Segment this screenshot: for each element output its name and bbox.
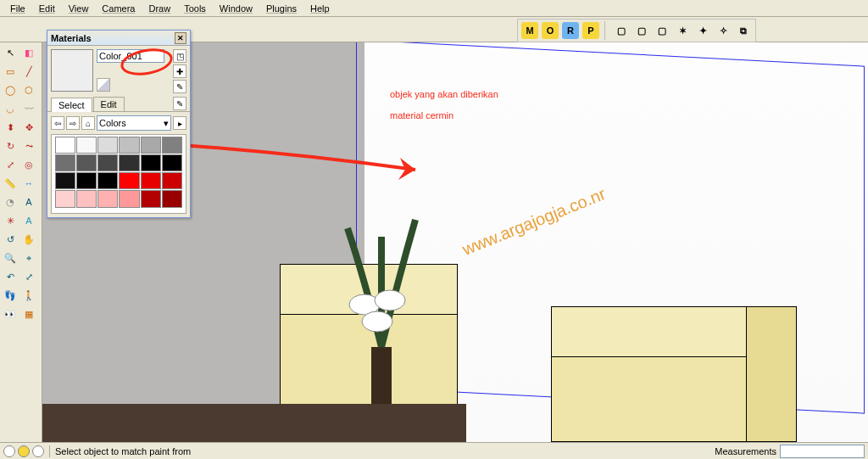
dimension-tool[interactable]: ↔ [20,175,37,192]
swatch-2[interactable] [97,137,118,154]
nav-fwd-button[interactable]: ⇨ [66,116,80,130]
vray-extra-3-button[interactable]: ✶ [674,22,691,39]
section-tool[interactable]: ▦ [20,305,37,322]
polygon-tool[interactable]: ⬡ [20,81,37,98]
vray-extra-5-button[interactable]: ✧ [715,22,732,39]
swatch-15[interactable] [119,172,139,189]
vray-toolbar: MORP▢▢▢✶✦✧⧉ [517,19,756,42]
measurements-input[interactable] [780,445,865,458]
svg-point-4 [362,311,392,332]
sample-paint-button[interactable]: ✎ [173,97,186,110]
measurements-label: Measurements [715,446,776,456]
swatch-12[interactable] [55,172,75,189]
swatch-3[interactable] [119,137,139,154]
tab-select[interactable]: Select [51,98,92,112]
protractor-tool[interactable]: ◔ [2,193,19,210]
text-tool[interactable]: A [20,193,37,210]
followme-tool[interactable]: ⤳ [20,137,37,154]
close-icon[interactable]: ✕ [175,32,186,44]
swatch-13[interactable] [76,172,97,189]
pan-tool[interactable]: ✋ [20,231,37,248]
swatch-16[interactable] [141,172,161,189]
swatch-21[interactable] [119,190,139,207]
select-tool[interactable]: ↖ [2,44,19,61]
annotation-text: objek yang akan diberikanmaterial cermin [390,81,498,124]
vray-extra-1-button[interactable]: ▢ [633,22,650,39]
freehand-tool[interactable]: 〰 [20,100,37,117]
details-menu-button[interactable]: ▸ [173,116,186,130]
swatch-23[interactable] [162,190,182,207]
svg-point-3 [375,290,405,311]
previous-tool[interactable]: ↶ [2,268,19,285]
menu-plugins[interactable]: Plugins [259,2,303,15]
menu-draw[interactable]: Draw [142,2,177,15]
circle-tool[interactable]: ◯ [2,81,19,98]
position-tool[interactable]: 👣 [2,287,19,304]
arc-tool[interactable]: ◡ [2,100,19,117]
zoomextents-tool[interactable]: ⤢ [20,268,37,285]
zoom-tool[interactable]: 🔍 [2,249,19,266]
nav-back-button[interactable]: ⇦ [51,116,64,130]
scene-plant [331,194,432,434]
line-tool[interactable]: ╱ [20,63,37,80]
swatch-20[interactable] [97,190,118,207]
offset-tool[interactable]: ◎ [20,156,37,173]
menu-tools[interactable]: Tools [177,2,213,15]
library-dropdown[interactable]: Colors [97,115,171,131]
menu-help[interactable]: Help [303,2,337,15]
walk-tool[interactable]: 🚶 [20,287,37,304]
menu-edit[interactable]: Edit [32,2,62,15]
swatch-7[interactable] [76,154,97,171]
rectangle-tool[interactable]: ▭ [2,63,19,80]
swatch-9[interactable] [119,154,139,171]
move-tool[interactable]: ✥ [20,119,37,136]
vray-o-button[interactable]: O [542,22,559,39]
swatch-18[interactable] [55,190,75,207]
default-mat-button[interactable] [97,78,110,92]
rotate-tool[interactable]: ↻ [2,137,19,154]
eraser-tool[interactable]: ◧ [20,44,37,61]
swatch-19[interactable] [76,190,97,207]
status-credits-icon[interactable] [18,445,30,457]
swatch-0[interactable] [55,137,75,154]
swatch-5[interactable] [162,137,182,154]
display-secondary-button[interactable]: ◳ [173,49,186,63]
3dtext-tool[interactable]: A [20,212,37,229]
status-geo-icon[interactable] [3,445,15,457]
scale-tool[interactable]: ⤢ [2,156,19,173]
vray-extra-2-button[interactable]: ▢ [654,22,670,39]
menu-view[interactable]: View [62,2,96,15]
tape-tool[interactable]: 📏 [2,175,19,192]
swatch-1[interactable] [76,137,97,154]
pushpull-tool[interactable]: ⬍ [2,119,19,136]
vray-extra-6-button[interactable]: ⧉ [735,22,752,39]
current-material-swatch[interactable] [51,49,93,92]
tab-edit[interactable]: Edit [93,97,125,111]
swatch-14[interactable] [97,172,118,189]
swatch-8[interactable] [97,154,118,171]
vray-p-button[interactable]: P [582,22,599,39]
materials-title-bar[interactable]: Materials ✕ [47,31,190,46]
zoomwindow-tool[interactable]: ⌖ [20,249,37,266]
menu-file[interactable]: File [3,2,32,15]
eyedropper-button[interactable]: ✎ [173,80,186,93]
status-hint: Select object to match paint from [55,446,191,456]
swatch-17[interactable] [162,172,182,189]
swatch-10[interactable] [141,154,161,171]
swatch-6[interactable] [55,154,75,171]
swatch-4[interactable] [141,137,161,154]
swatch-11[interactable] [162,154,182,171]
vray-m-button[interactable]: M [521,22,538,39]
look-tool[interactable]: 👀 [2,305,19,322]
nav-home-button[interactable]: ⌂ [81,116,95,130]
vray-extra-0-button[interactable]: ▢ [613,22,630,39]
create-material-button[interactable]: ✚ [173,64,186,78]
vray-r-button[interactable]: R [562,22,579,39]
vray-extra-4-button[interactable]: ✦ [694,22,711,39]
swatch-22[interactable] [141,190,161,207]
orbit-tool[interactable]: ↺ [2,231,19,248]
menu-camera[interactable]: Camera [95,2,142,15]
menu-window[interactable]: Window [213,2,259,15]
axes-tool[interactable]: ✳ [2,212,19,229]
status-signin-icon[interactable] [32,445,44,457]
